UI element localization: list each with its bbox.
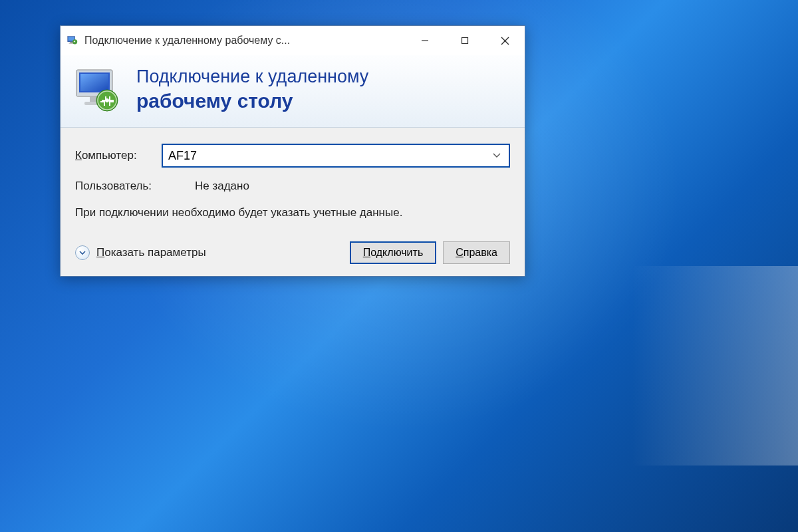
dialog-body: Компьютер: Пользователь: Не задано При п… — [61, 128, 525, 276]
chevron-down-icon[interactable] — [490, 152, 503, 160]
computer-combobox[interactable] — [162, 144, 510, 168]
computer-row: Компьютер: — [75, 144, 510, 168]
header-banner: Подключение к удаленному рабочему столу — [61, 55, 525, 128]
svg-point-16 — [105, 98, 109, 102]
rdp-header-icon — [71, 63, 124, 116]
svg-rect-6 — [462, 38, 468, 44]
window-title: Подключение к удаленному рабочему с... — [84, 35, 405, 47]
user-value: Не задано — [195, 180, 249, 193]
show-options-link[interactable]: Показать параметры — [96, 246, 343, 259]
help-button-rest: правка — [464, 247, 497, 258]
computer-input[interactable] — [168, 149, 490, 163]
maximize-button[interactable] — [445, 26, 485, 55]
expand-chevron-icon[interactable] — [75, 245, 90, 260]
user-row: Пользователь: Не задано — [75, 180, 510, 193]
window-controls — [405, 26, 525, 55]
minimize-button[interactable] — [405, 26, 445, 55]
help-button[interactable]: Справка — [443, 241, 510, 264]
credentials-hint: При подключении необходимо будет указать… — [75, 205, 510, 221]
user-label: Пользователь: — [75, 180, 162, 193]
svg-rect-11 — [80, 74, 108, 91]
svg-rect-2 — [70, 42, 72, 43]
footer: Показать параметры Подключить Справка — [75, 241, 510, 264]
connect-button-underline: П — [363, 247, 371, 258]
computer-label: Компьютер: — [75, 149, 162, 162]
connect-button-rest: одключить — [370, 247, 423, 258]
help-button-underline: С — [456, 247, 464, 258]
rdp-dialog: Подключение к удаленному рабочему с... — [60, 25, 525, 277]
close-button[interactable] — [485, 26, 525, 55]
titlebar[interactable]: Подключение к удаленному рабочему с... — [61, 26, 525, 55]
header-line2: рабочему столу — [136, 88, 368, 114]
connect-button[interactable]: Подключить — [350, 241, 436, 264]
rdp-title-icon — [66, 34, 79, 47]
header-text: Подключение к удаленному рабочему столу — [136, 66, 368, 113]
header-line1: Подключение к удаленному — [136, 66, 368, 88]
